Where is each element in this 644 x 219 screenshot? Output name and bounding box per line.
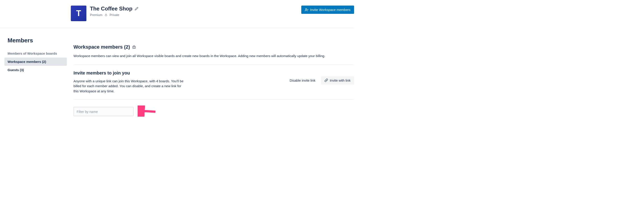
workspace-logo: T: [71, 6, 86, 21]
sidebar-item-workspace-members[interactable]: Workspace members (2): [4, 58, 67, 66]
svg-rect-0: [105, 15, 107, 16]
invite-section-description: Anyone with a unique link can join this …: [74, 79, 185, 94]
workspace-header-left: T The Coffee Shop Premium Private: [71, 6, 138, 21]
add-person-icon: [305, 8, 308, 12]
section-divider-2: [74, 99, 354, 100]
svg-point-1: [306, 9, 307, 10]
disable-invite-link-button[interactable]: Disable invite link: [286, 76, 319, 85]
svg-rect-4: [132, 46, 136, 48]
main-content: Workspace members (2) Workspace members …: [74, 37, 354, 118]
invite-workspace-members-button[interactable]: Invite Workspace members: [301, 6, 354, 14]
invite-with-link-button[interactable]: Invite with link: [321, 76, 354, 85]
sidebar-item-guests[interactable]: Guests (3): [4, 66, 67, 74]
plan-label: Premium: [90, 13, 102, 17]
members-sidebar: Members Members of Workspace boards Work…: [4, 37, 67, 118]
invite-button-label: Invite Workspace members: [310, 8, 350, 12]
filter-by-name-input[interactable]: [74, 107, 134, 116]
workspace-header: T The Coffee Shop Premium Private: [71, 6, 354, 21]
visibility-label: Private: [110, 13, 119, 17]
lock-icon: [105, 14, 107, 16]
svg-line-5: [140, 111, 156, 112]
sidebar-title: Members: [8, 37, 67, 44]
workspace-title: The Coffee Shop: [90, 6, 132, 12]
edit-icon[interactable]: [135, 7, 138, 11]
section-title-workspace-members: Workspace members (2): [74, 44, 130, 50]
invite-section-title: Invite members to join you: [74, 71, 185, 76]
invite-with-link-label: Invite with link: [330, 79, 350, 82]
sidebar-item-boards-members[interactable]: Members of Workspace boards: [4, 49, 67, 58]
link-icon: [324, 79, 328, 82]
pointer-arrow-annotation: [138, 105, 158, 118]
header-divider: [0, 28, 354, 28]
section-description-workspace-members: Workspace members can view and join all …: [74, 54, 354, 59]
briefcase-icon: [132, 45, 136, 49]
